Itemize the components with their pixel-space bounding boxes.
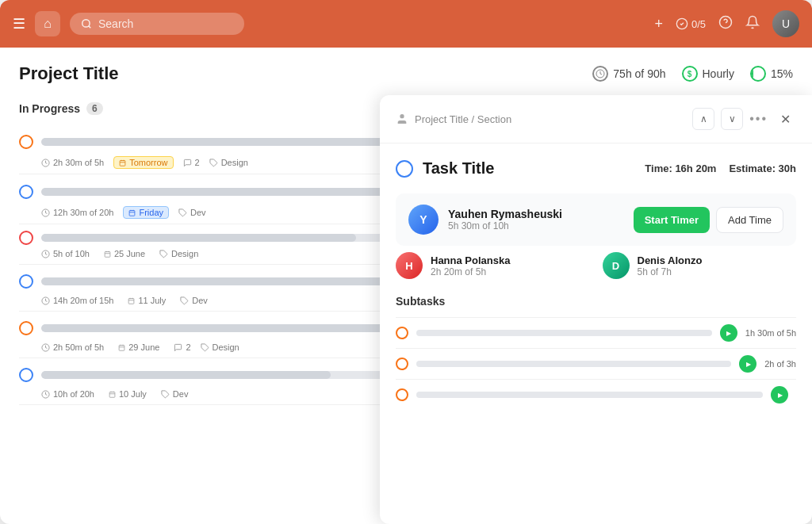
task-time: 12h 30m of 20h bbox=[41, 208, 113, 217]
subtask-row bbox=[396, 379, 796, 410]
assignee-avatar-3: D bbox=[603, 252, 630, 279]
primary-assignee-time: 5h 30m of 10h bbox=[448, 220, 624, 231]
subtasks-label: Subtasks bbox=[396, 295, 796, 308]
task-comments: 2 bbox=[174, 342, 190, 352]
start-timer-button[interactable]: Start Timer bbox=[634, 207, 710, 233]
task-time: 2h 50m of 5h bbox=[41, 342, 104, 352]
subtask-play-button[interactable] bbox=[720, 324, 737, 342]
task-time-info: Time: 16h 20m Estimate: 30h bbox=[645, 163, 796, 174]
notification-icon[interactable] bbox=[745, 15, 760, 33]
task-time: 10h of 20h bbox=[41, 389, 94, 399]
panel-breadcrumb: Project Title / Section bbox=[396, 113, 511, 125]
panel-more-button[interactable]: ••• bbox=[749, 112, 768, 126]
search-bar[interactable]: Search bbox=[70, 13, 244, 35]
task-date: 11 July bbox=[123, 295, 170, 306]
panel-body: Task Title Time: 16h 20m Estimate: 30h Y… bbox=[380, 143, 812, 524]
svg-rect-30 bbox=[119, 345, 124, 350]
meta-percent: 15% bbox=[750, 66, 793, 82]
subtask-play-button[interactable] bbox=[739, 355, 756, 373]
other-assignee-1: H Hanna Polanska 2h 20m of 5h bbox=[396, 252, 590, 279]
subtask-row: 2h of 3h bbox=[396, 348, 796, 379]
svg-rect-18 bbox=[105, 251, 110, 257]
assignee-name-3: Denis Alonzo bbox=[638, 254, 703, 266]
panel-task-title: Task Title bbox=[423, 159, 635, 178]
project-meta: 75h of 90h $ Hourly 15% bbox=[592, 66, 793, 82]
task-circle[interactable] bbox=[19, 185, 33, 199]
task-date: Tomorrow bbox=[113, 156, 173, 169]
svg-point-41 bbox=[400, 114, 404, 118]
hours-icon bbox=[592, 66, 608, 82]
task-comments: 2 bbox=[183, 158, 200, 167]
task-circle[interactable] bbox=[19, 274, 33, 289]
hourly-icon: $ bbox=[682, 66, 698, 82]
other-assignee-info-2: Denis Alonzo 5h of 7h bbox=[638, 254, 703, 277]
task-date: 10 July bbox=[104, 388, 151, 400]
panel-up-button[interactable]: ∧ bbox=[692, 108, 714, 130]
task-tag: Design bbox=[159, 249, 198, 258]
subtask-circle[interactable] bbox=[396, 358, 408, 370]
svg-point-0 bbox=[82, 20, 90, 27]
search-icon bbox=[81, 18, 92, 29]
assignee-time-3: 5h of 7h bbox=[638, 266, 703, 277]
primary-assignee-row: Y Yauhen Rymasheuski 5h 30m of 10h Start… bbox=[396, 193, 796, 246]
person-icon bbox=[396, 113, 408, 125]
assignee-time-2: 2h 20m of 5h bbox=[431, 266, 510, 277]
add-time-button[interactable]: Add Time bbox=[716, 207, 783, 233]
other-assignee-info-1: Hanna Polanska 2h 20m of 5h bbox=[431, 254, 510, 277]
task-detail-panel: Project Title / Section ∧ ∨ ••• ✕ Task T… bbox=[380, 95, 812, 524]
task-date: 25 June bbox=[99, 248, 150, 259]
app-container: ☰ ⌂ Search + 0/5 bbox=[0, 0, 812, 524]
task-count[interactable]: 0/5 bbox=[676, 17, 706, 30]
rate-value: Hourly bbox=[703, 67, 734, 80]
panel-down-button[interactable]: ∨ bbox=[721, 108, 743, 130]
subtask-circle[interactable] bbox=[396, 388, 408, 401]
subtask-play-button[interactable] bbox=[771, 386, 788, 404]
task-time: 14h 20m of 15h bbox=[41, 296, 113, 305]
task-tag: Design bbox=[201, 342, 239, 352]
task-circle[interactable] bbox=[19, 231, 33, 245]
subtask-row: 1h 30m of 5h bbox=[396, 317, 796, 348]
panel-header: Project Title / Section ∧ ∨ ••• ✕ bbox=[380, 95, 812, 143]
task-circle[interactable] bbox=[19, 368, 33, 382]
main-content: Project Title 75h of 90h $ Hourly bbox=[0, 48, 812, 524]
hamburger-icon[interactable]: ☰ bbox=[13, 15, 25, 33]
subtask-bar bbox=[416, 330, 712, 336]
svg-rect-12 bbox=[130, 210, 136, 216]
task-circle[interactable] bbox=[19, 321, 33, 335]
plus-icon[interactable]: + bbox=[654, 16, 663, 33]
meta-hours: 75h of 90h bbox=[592, 66, 665, 82]
task-time: 5h of 10h bbox=[41, 249, 90, 258]
subtask-circle[interactable] bbox=[396, 327, 408, 339]
task-circle[interactable] bbox=[19, 135, 33, 149]
other-assignee-2: D Denis Alonzo 5h of 7h bbox=[603, 252, 797, 279]
task-time: 2h 30m of 5h bbox=[41, 158, 104, 167]
task-title-circle[interactable] bbox=[396, 160, 413, 178]
project-title: Project Title bbox=[19, 63, 119, 84]
panel-nav: ∧ ∨ ••• ✕ bbox=[692, 108, 796, 130]
subtask-bar bbox=[416, 361, 731, 367]
task-tag: Design bbox=[209, 158, 248, 167]
user-avatar[interactable]: U bbox=[772, 10, 799, 37]
project-header: Project Title 75h of 90h $ Hourly bbox=[19, 63, 793, 84]
task-tag: Dev bbox=[178, 208, 206, 217]
assignee-name-2: Hanna Polanska bbox=[431, 254, 510, 266]
meta-rate: $ Hourly bbox=[682, 66, 734, 82]
header: ☰ ⌂ Search + 0/5 bbox=[0, 0, 812, 48]
primary-assignee-avatar: Y bbox=[408, 205, 439, 235]
task-count-icon bbox=[676, 17, 688, 30]
panel-close-button[interactable]: ✕ bbox=[774, 108, 796, 130]
svg-rect-36 bbox=[109, 392, 115, 397]
task-date: Friday bbox=[123, 206, 169, 219]
home-icon[interactable]: ⌂ bbox=[35, 11, 60, 36]
svg-rect-6 bbox=[120, 160, 125, 166]
header-left: ☰ ⌂ Search bbox=[13, 11, 654, 36]
section-count: 6 bbox=[86, 102, 103, 115]
help-icon[interactable] bbox=[718, 15, 733, 33]
percent-value: 15% bbox=[771, 67, 793, 80]
primary-assignee-name: Yauhen Rymasheuski bbox=[448, 208, 624, 220]
section-title: In Progress 6 bbox=[19, 102, 103, 115]
primary-assignee-info: Yauhen Rymasheuski 5h 30m of 10h bbox=[448, 208, 624, 231]
assignee-avatar-2: H bbox=[396, 252, 423, 279]
svg-rect-24 bbox=[129, 298, 135, 304]
task-title-row: Task Title Time: 16h 20m Estimate: 30h bbox=[396, 159, 796, 178]
